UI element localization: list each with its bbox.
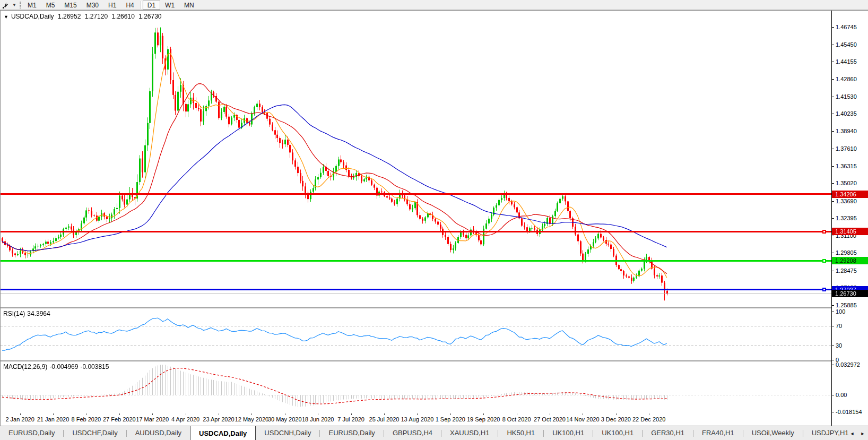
timeframe-button-m5[interactable]: M5 — [41, 1, 60, 10]
axis-tick-mark — [832, 395, 834, 395]
tab-uk100-h1[interactable]: UK100,H1 — [593, 426, 642, 440]
time-tick-mark — [86, 413, 86, 415]
tab-eurusd-daily[interactable]: EURUSD,Daily — [320, 426, 383, 440]
timeframe-button-w1[interactable]: W1 — [160, 1, 179, 10]
tab-usdcnh-daily[interactable]: USDCNH,Daily — [256, 426, 319, 440]
tab-fra40-h1[interactable]: FRA40,H1 — [693, 426, 743, 440]
line-handle[interactable] — [822, 230, 826, 234]
tab-usdcad-daily[interactable]: USDCAD,Daily — [190, 426, 256, 440]
horizontal-level-line[interactable] — [1, 193, 831, 195]
date-label: 27 Feb 2020 — [103, 416, 136, 422]
tab-eurusd-daily[interactable]: EURUSD,Daily — [0, 426, 63, 440]
macd-name: MACD(12,26,9) — [3, 363, 47, 370]
ohlc-low: 1.26610 — [111, 13, 134, 20]
time-tick-mark — [483, 413, 484, 415]
line-handle[interactable] — [822, 288, 826, 291]
time-tick-mark — [649, 413, 649, 415]
tab-usdjpy-h1[interactable]: USDJPY,H1 — [803, 426, 849, 440]
lightning-cursor-icon — [2, 2, 9, 8]
timeframe-button-h1[interactable]: H1 — [103, 1, 121, 10]
timeframe-button-m15[interactable]: M15 — [59, 1, 81, 10]
tab-usdchf-daily[interactable]: USDCHF,Daily — [64, 426, 126, 440]
tab-hk50-h1[interactable]: HK50,H1 — [498, 426, 543, 440]
ohlc-close: 1.26730 — [138, 13, 161, 20]
tabs-scroll-right-icon[interactable]: ► — [860, 431, 866, 436]
date-label: 4 Apr 2020 — [171, 416, 199, 422]
candlestick-chart-canvas[interactable] — [1, 11, 831, 307]
horizontal-level-line[interactable] — [1, 294, 831, 294]
toolbar-separator — [141, 1, 141, 9]
macd-tick-label: 0.00 — [836, 392, 847, 398]
rsi-label: RSI(14)34.3964 — [3, 310, 53, 317]
axis-tick-mark — [832, 271, 834, 271]
timeframe-button-mn[interactable]: MN — [179, 1, 199, 10]
line-handle[interactable] — [822, 259, 826, 263]
horizontal-level-line[interactable] — [1, 231, 831, 232]
date-label: 22 Dec 2020 — [632, 416, 665, 422]
price-tick-label: 1.40235 — [836, 110, 857, 117]
ohlc-open: 1.26952 — [58, 13, 81, 20]
timeframe-button-m30[interactable]: M30 — [82, 1, 103, 10]
chevron-down-icon[interactable]: ▼ — [11, 3, 18, 7]
time-tick-mark — [384, 413, 385, 415]
date-label: 7 Jul 2020 — [337, 416, 364, 422]
price-level-badge: 1.26730 — [832, 290, 868, 297]
price-tick-label: 1.37610 — [836, 145, 857, 152]
tab-uk100-h1[interactable]: UK100,H1 — [544, 426, 593, 440]
time-tick-mark — [583, 413, 583, 415]
tab-ger30-h1[interactable]: GER30,H1 — [643, 426, 693, 440]
tab-usoil-weekly[interactable]: USOil,Weekly — [743, 426, 803, 440]
rsi-tick-label: 100 — [836, 308, 845, 315]
axis-tick-mark — [832, 236, 834, 236]
rsi-name: RSI(14) — [3, 310, 25, 317]
time-axis[interactable]: 2 Jan 202021 Jan 20208 Feb 202027 Feb 20… — [1, 413, 831, 426]
tab-audusd-daily[interactable]: AUDUSD,Daily — [127, 426, 190, 440]
price-level-badge: 1.29208 — [832, 257, 868, 264]
macd-value: -0.004969 — [49, 363, 78, 370]
rsi-chart-canvas[interactable] — [1, 308, 831, 360]
macd-label: MACD(12,26,9)-0.004969-0.003815 — [3, 363, 111, 370]
tab-xauusd-h1[interactable]: XAUUSD,H1 — [441, 426, 498, 440]
rsi-tick-label: 70 — [836, 323, 842, 329]
price-tick-label: 1.25885 — [836, 302, 857, 308]
time-tick-mark — [318, 413, 318, 415]
axis-tick-mark — [832, 326, 834, 326]
time-tick-mark — [285, 413, 285, 415]
axis-tick-mark — [832, 346, 834, 346]
axis-tick-mark — [832, 79, 834, 80]
chart-tab-bar: EURUSD,DailyUSDCHF,DailyAUDUSD,DailyUSDC… — [0, 426, 868, 440]
time-tick-mark — [186, 413, 186, 415]
tabs-scroll-left-icon[interactable]: ◄ — [849, 431, 855, 436]
macd-chart-canvas[interactable] — [1, 361, 831, 413]
date-label: 3 Dec 2020 — [601, 416, 631, 422]
timeframe-button-m1[interactable]: M1 — [23, 1, 41, 10]
axis-tick-mark — [832, 149, 834, 149]
rsi-tick-label: 30 — [836, 342, 842, 349]
axis-tick-mark — [832, 218, 834, 219]
horizontal-level-line[interactable] — [1, 260, 831, 262]
timeframe-button-h4[interactable]: H4 — [121, 1, 138, 10]
axis-tick-mark — [832, 131, 834, 132]
axis-tick-mark — [832, 62, 834, 62]
axis-tick-mark — [832, 201, 834, 202]
macd-tick-label: -0.018154 — [836, 409, 862, 415]
price-panel — [1, 11, 831, 307]
tab-gbpusd-h4[interactable]: GBPUSD,H4 — [384, 426, 441, 440]
chart-title: ▼USDCAD,Daily 1.26952 1.27120 1.26610 1.… — [4, 13, 164, 20]
price-axis[interactable]: 1.342061.314051.292081.270271.267301.467… — [831, 11, 868, 426]
axis-tick-mark — [832, 183, 834, 184]
price-tick-label: 1.33690 — [836, 198, 857, 204]
date-label: 2 Jan 2020 — [5, 416, 34, 422]
price-tick-label: 1.29805 — [836, 249, 857, 256]
date-label: 8 Oct 2020 — [502, 416, 531, 422]
collapse-triangle-icon[interactable]: ▼ — [4, 14, 8, 20]
toolbar-grip-handle[interactable] — [20, 1, 21, 8]
timeframe-button-d1[interactable]: D1 — [143, 1, 160, 10]
axis-tick-mark — [832, 360, 834, 360]
price-tick-label: 1.41530 — [836, 93, 857, 100]
time-tick-mark — [351, 413, 352, 415]
date-label: 12 May 2020 — [235, 416, 269, 422]
crosshair-pointer-icon[interactable] — [0, 1, 11, 10]
horizontal-level-line[interactable] — [1, 289, 831, 290]
rsi-panel: RSI(14)34.3964 — [1, 308, 831, 360]
